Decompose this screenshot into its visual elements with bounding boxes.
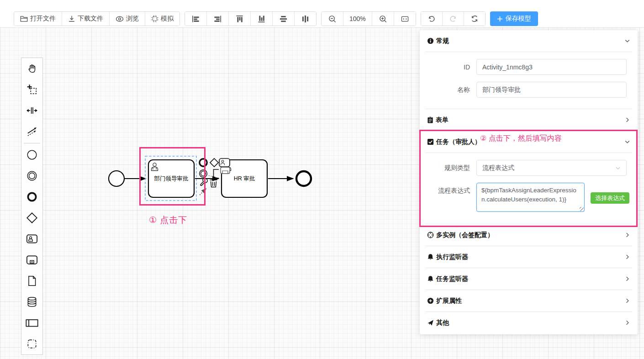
zoom-reset-button[interactable]	[394, 12, 416, 26]
create-gateway[interactable]	[21, 207, 42, 228]
expression-label: 流程表达式	[420, 183, 476, 195]
create-intermediate-event[interactable]	[21, 165, 42, 186]
section-header-execution-listener[interactable]: 执行监听器	[420, 246, 638, 268]
section-title: 任务监听器	[436, 275, 468, 283]
download-file-button[interactable]: 下载文件	[62, 12, 109, 26]
data-object-icon	[26, 275, 37, 287]
send-icon	[427, 319, 434, 326]
space-tool[interactable]	[21, 100, 42, 121]
align-top-button[interactable]	[228, 12, 250, 26]
task1-label: 部门领导审批	[154, 175, 189, 182]
zoom-in-button[interactable]	[372, 12, 394, 26]
refresh-icon	[471, 15, 478, 22]
redo-button[interactable]	[442, 12, 464, 26]
section-title: 任务（审批人）	[436, 138, 481, 146]
name-input[interactable]	[476, 82, 627, 98]
align-left-button[interactable]	[185, 12, 206, 26]
undo-button[interactable]	[421, 12, 442, 26]
bell-icon	[427, 275, 434, 282]
eye-icon	[116, 16, 124, 22]
create-start-event[interactable]	[21, 144, 42, 165]
id-label: ID	[420, 63, 476, 71]
simulate-label: 模拟	[161, 15, 174, 23]
section-title: 表单	[436, 116, 449, 124]
space-tool-icon	[26, 105, 38, 116]
zoom-out-button[interactable]	[322, 12, 343, 26]
append-user-task-icon[interactable]	[219, 158, 230, 167]
expression-textarea[interactable]: ${bpmTaskAssignLeaderExpression.calculat…	[476, 183, 585, 212]
restart-button[interactable]	[464, 12, 485, 26]
hand-icon	[26, 63, 38, 74]
redo-icon	[449, 15, 457, 22]
align-horizontal-center-button[interactable]	[294, 12, 316, 26]
chevron-down-icon	[615, 165, 621, 171]
connect-icon	[26, 126, 38, 137]
append-collapsed-pool-icon[interactable]	[221, 167, 230, 174]
folder-open-icon	[20, 15, 28, 22]
chevron-right-icon	[624, 254, 630, 260]
create-end-event[interactable]	[21, 186, 42, 207]
align-vertical-center-icon	[280, 15, 287, 23]
section-header-general[interactable]: 常规	[420, 30, 638, 52]
hand-tool[interactable]	[21, 58, 42, 79]
end-event-icon	[26, 191, 38, 203]
chevron-right-icon	[624, 298, 630, 304]
global-connect-tool[interactable]	[21, 121, 42, 142]
start-event[interactable]	[109, 171, 124, 186]
section-title: 常规	[436, 37, 449, 45]
save-model-button[interactable]: 保存模型	[490, 11, 538, 26]
data-store-icon	[26, 296, 38, 308]
create-user-task[interactable]	[21, 228, 42, 249]
id-field-row: ID	[420, 59, 627, 75]
save-model-label: 保存模型	[506, 15, 531, 23]
undo-icon	[428, 15, 435, 22]
download-icon	[68, 15, 75, 22]
section-header-form[interactable]: 表单	[420, 109, 638, 131]
create-subprocess[interactable]	[21, 249, 42, 270]
trash-icon[interactable]	[210, 179, 217, 187]
section-header-multi-instance[interactable]: 多实例（会签配置）	[420, 224, 638, 246]
rule-type-value: 流程表达式	[482, 164, 615, 172]
append-subprocess-icon[interactable]	[214, 169, 219, 178]
chevron-right-icon	[624, 117, 630, 123]
task-check-icon	[427, 138, 434, 145]
section-header-other[interactable]: 其他	[420, 312, 638, 333]
user-task-1[interactable]: 部门领导审批	[148, 160, 194, 197]
expression-row: 流程表达式 ${bpmTaskAssignLeaderExpression.ca…	[420, 183, 627, 212]
rule-type-select[interactable]: 流程表达式	[476, 160, 627, 176]
choose-expression-button[interactable]: 选择表达式	[591, 192, 629, 204]
open-file-button[interactable]: 打开文件	[14, 12, 62, 26]
create-data-object[interactable]	[21, 270, 42, 291]
append-end-event-icon[interactable]	[200, 159, 207, 166]
create-participant[interactable]	[21, 312, 42, 333]
preview-label: 浏览	[126, 15, 139, 23]
chevron-right-icon	[624, 232, 630, 238]
preview-button[interactable]: 浏览	[109, 12, 145, 26]
section-header-task-listener[interactable]: 任务监听器	[420, 268, 638, 290]
chevron-up-icon	[624, 38, 630, 44]
create-data-store[interactable]	[21, 291, 42, 312]
plus-circle-icon	[427, 297, 434, 304]
lasso-tool[interactable]	[21, 79, 42, 100]
section-title: 其他	[436, 319, 449, 327]
connect-preview-line	[206, 175, 218, 178]
section-header-extended-properties[interactable]: 扩展属性	[420, 290, 638, 311]
append-intermediate-event-icon[interactable]	[200, 170, 207, 178]
zoom-level-button[interactable]: 100%	[343, 12, 372, 26]
align-bottom-button[interactable]	[250, 12, 272, 26]
end-event[interactable]	[296, 171, 311, 186]
connect-tool-icon[interactable]	[200, 189, 206, 195]
append-gateway-icon[interactable]	[210, 158, 218, 167]
name-field-row: 名称	[420, 82, 627, 98]
id-input[interactable]	[476, 59, 627, 75]
group-icon	[26, 338, 38, 350]
section-header-task[interactable]: 任务（审批人）	[420, 131, 638, 153]
participant-icon	[25, 317, 39, 328]
wrench-icon[interactable]	[201, 178, 207, 185]
simulate-button[interactable]: 模拟	[145, 12, 179, 26]
bell-icon	[427, 253, 434, 260]
palette-separator	[24, 143, 40, 143]
align-right-button[interactable]	[206, 12, 228, 26]
create-group[interactable]	[21, 333, 42, 354]
align-vertical-center-button[interactable]	[272, 12, 294, 26]
